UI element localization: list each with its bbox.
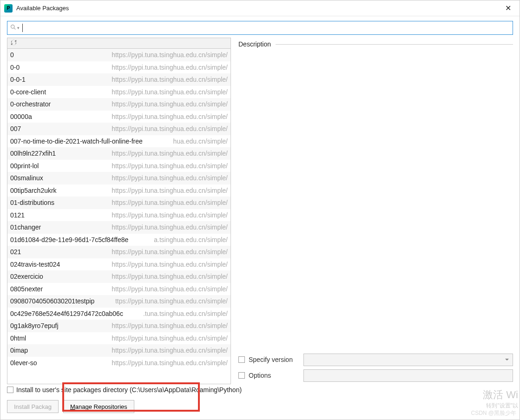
search-field[interactable] (23, 21, 510, 34)
package-source: https://pypi.tuna.tsinghua.edu.cn/simple… (47, 273, 228, 280)
specify-version-select[interactable] (303, 354, 513, 366)
package-name: 01changer (10, 223, 41, 231)
package-row[interactable]: 00lh9ln227xfih1https://pypi.tuna.tsinghu… (7, 147, 230, 160)
package-source: https://pypi.tuna.tsinghua.edu.cn/simple… (18, 51, 228, 59)
windows-activation-watermark: 激活 Wi 转到"设置"以 (483, 388, 518, 410)
package-source: ttps://pypi.tuna.tsinghua.edu.cn/simple/ (98, 297, 228, 305)
package-source: https://pypi.tuna.tsinghua.edu.cn/simple… (29, 76, 228, 83)
package-row[interactable]: 00000ahttps://pypi.tuna.tsinghua.edu.cn/… (7, 111, 230, 123)
options-label: Options (249, 372, 300, 379)
package-row[interactable]: 0-0-1https://pypi.tuna.tsinghua.edu.cn/s… (7, 73, 230, 86)
package-row[interactable]: 01-distributionshttps://pypi.tuna.tsingh… (7, 197, 230, 209)
package-source: https://pypi.tuna.tsinghua.edu.cn/simple… (62, 322, 228, 329)
install-user-checkbox[interactable] (7, 387, 13, 393)
package-name: 021 (10, 248, 21, 256)
package-row[interactable]: 0imaphttps://pypi.tuna.tsinghua.edu.cn/s… (7, 344, 230, 357)
package-name: 02exercicio (10, 273, 43, 280)
package-name: 01-distributions (10, 199, 54, 206)
package-source: https://pypi.tuna.tsinghua.edu.cn/simple… (64, 261, 228, 268)
package-name: 007-no-time-to-die-2021-watch-full-onlin… (10, 138, 143, 145)
package-row[interactable]: 0htmlhttps://pypi.tuna.tsinghua.edu.cn/s… (7, 332, 230, 345)
package-name: 0-0-1 (10, 76, 26, 83)
package-source: https://pypi.tuna.tsinghua.edu.cn/simple… (42, 162, 228, 170)
package-source: hua.edu.cn/simple/ (146, 138, 228, 145)
package-row[interactable]: 007https://pypi.tuna.tsinghua.edu.cn/sim… (7, 123, 230, 135)
package-name: 01d61084-d29e-11e9-96d1-7c5cf84ffe8e (10, 236, 128, 243)
package-source: https://pypi.tuna.tsinghua.edu.cn/simple… (54, 100, 228, 108)
package-name: 0g1ak8yro7epufj (10, 322, 59, 329)
package-source: .tuna.tsinghua.edu.cn/simple/ (127, 310, 228, 317)
package-source: https://pypi.tuna.tsinghua.edu.cn/simple… (28, 211, 228, 219)
package-name: 0121 (10, 211, 25, 219)
package-name: 0-core-client (10, 88, 46, 96)
close-button[interactable]: ✕ (501, 4, 515, 13)
package-row[interactable]: 0805nexterhttps://pypi.tuna.tsinghua.edu… (7, 283, 230, 295)
options-field[interactable] (303, 369, 513, 382)
package-source: https://pypi.tuna.tsinghua.edu.cn/simple… (58, 199, 228, 206)
package-source: https://pypi.tuna.tsinghua.edu.cn/simple… (32, 347, 228, 354)
package-source: https://pypi.tuna.tsinghua.edu.cn/simple… (60, 187, 228, 194)
package-name: 00print-lol (10, 162, 39, 170)
manage-repositories-button[interactable]: Manage Repositories (63, 400, 134, 413)
description-body (238, 48, 513, 353)
package-row[interactable]: 0121https://pypi.tuna.tsinghua.edu.cn/si… (7, 209, 230, 222)
package-name: 0 (10, 51, 14, 59)
package-name: 00smalinux (10, 174, 43, 182)
package-source: https://pypi.tuna.tsinghua.edu.cn/simple… (25, 125, 228, 132)
package-row[interactable]: 01changerhttps://pypi.tuna.tsinghua.edu.… (7, 221, 230, 234)
app-icon: P (4, 4, 13, 13)
package-row[interactable]: 01d61084-d29e-11e9-96d1-7c5cf84ffe8ea.ts… (7, 234, 230, 246)
options-checkbox[interactable] (238, 372, 245, 379)
package-row[interactable]: 0c429e768e524e4f61297d472c0ab06c.tuna.ts… (7, 308, 230, 320)
search-icon (10, 24, 16, 32)
install-user-label: Install to user's site packages director… (16, 386, 242, 394)
svg-point-0 (11, 25, 14, 28)
refresh-icon[interactable] (10, 39, 17, 47)
package-name: 0-orchestrator (10, 100, 51, 108)
package-row[interactable]: 007-no-time-to-die-2021-watch-full-onlin… (7, 135, 230, 148)
package-name: 0805nexter (10, 285, 43, 293)
package-source: a.tsinghua.edu.cn/simple/ (132, 236, 228, 243)
package-list[interactable]: 0https://pypi.tuna.tsinghua.edu.cn/simpl… (7, 49, 231, 384)
package-name: 0lever-so (10, 359, 37, 367)
package-row[interactable]: 021https://pypi.tuna.tsinghua.edu.cn/sim… (7, 246, 230, 258)
package-source: https://pypi.tuna.tsinghua.edu.cn/simple… (47, 174, 228, 182)
package-source: https://pypi.tuna.tsinghua.edu.cn/simple… (41, 359, 228, 367)
package-row[interactable]: 0-core-clienthttps://pypi.tuna.tsinghua.… (7, 86, 230, 98)
specify-version-checkbox[interactable] (238, 356, 245, 363)
package-row[interactable]: 00tip5arch2ukrkhttps://pypi.tuna.tsinghu… (7, 184, 230, 197)
divider (276, 44, 513, 45)
package-name: 007 (10, 125, 21, 132)
package-row[interactable]: 00smalinuxhttps://pypi.tuna.tsinghua.edu… (7, 172, 230, 184)
svg-line-1 (14, 28, 15, 29)
title-bar: P Available Packages ✕ (0, 0, 520, 16)
package-row[interactable]: 0-0https://pypi.tuna.tsinghua.edu.cn/sim… (7, 61, 230, 74)
package-row[interactable]: 090807040506030201testpipttps://pypi.tun… (7, 295, 230, 308)
package-row[interactable]: 0lever-sohttps://pypi.tuna.tsinghua.edu.… (7, 357, 230, 369)
package-source: https://pypi.tuna.tsinghua.edu.cn/simple… (46, 285, 228, 293)
package-source: https://pypi.tuna.tsinghua.edu.cn/simple… (25, 248, 228, 256)
package-source: https://pypi.tuna.tsinghua.edu.cn/simple… (36, 113, 228, 120)
package-name: 00000a (10, 113, 32, 120)
package-row[interactable]: 0g1ak8yro7epufjhttps://pypi.tuna.tsinghu… (7, 320, 230, 332)
package-name: 0imap (10, 347, 28, 354)
package-row[interactable]: 0-orchestratorhttps://pypi.tuna.tsinghua… (7, 98, 230, 111)
package-row[interactable]: 0https://pypi.tuna.tsinghua.edu.cn/simpl… (7, 49, 230, 61)
package-name: 024travis-test024 (10, 261, 60, 268)
package-name: 00tip5arch2ukrk (10, 187, 57, 194)
package-name: 00lh9ln227xfih1 (10, 150, 56, 157)
chevron-down-icon[interactable]: ▾ (17, 26, 20, 30)
package-source: https://pypi.tuna.tsinghua.edu.cn/simple… (23, 64, 228, 71)
package-name: 0c429e768e524e4f61297d472c0ab06c (10, 310, 123, 317)
package-source: https://pypi.tuna.tsinghua.edu.cn/simple… (50, 88, 228, 96)
install-package-button: Install Packag (7, 400, 59, 413)
package-row[interactable]: 02exerciciohttps://pypi.tuna.tsinghua.ed… (7, 270, 230, 283)
package-name: 0-0 (10, 64, 20, 71)
package-name: 090807040506030201testpip (10, 297, 94, 305)
csdn-watermark: CSDN @黑脸少年 (471, 409, 516, 417)
package-row[interactable]: 00print-lolhttps://pypi.tuna.tsinghua.ed… (7, 160, 230, 172)
search-input[interactable]: ▾ (7, 21, 513, 35)
list-toolbar (7, 38, 231, 49)
package-row[interactable]: 024travis-test024https://pypi.tuna.tsing… (7, 258, 230, 271)
window-title: Available Packages (16, 5, 69, 12)
